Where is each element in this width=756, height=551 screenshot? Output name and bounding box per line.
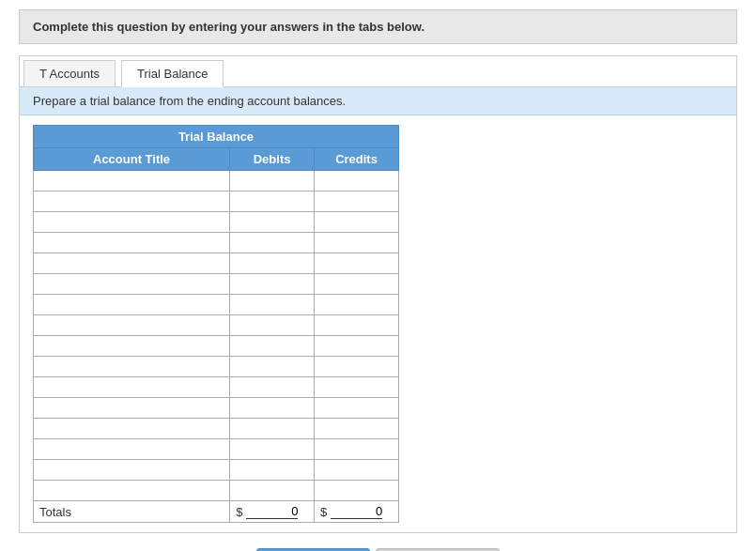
account-input[interactable] — [39, 443, 224, 456]
debit-input[interactable] — [236, 464, 308, 477]
col-header-account: Account Title — [34, 148, 230, 171]
credit-input[interactable] — [320, 216, 393, 229]
instruction-text: Complete this question by entering your … — [33, 20, 424, 34]
credit-input[interactable] — [320, 175, 393, 188]
table-row — [34, 336, 399, 357]
table-title: Trial Balance — [34, 126, 399, 148]
credit-input[interactable] — [320, 237, 393, 250]
debit-input[interactable] — [236, 298, 308, 312]
credit-input[interactable] — [320, 195, 393, 208]
account-input[interactable] — [39, 422, 224, 436]
credit-input[interactable] — [320, 298, 393, 312]
table-row — [34, 274, 399, 295]
tab-t-accounts[interactable]: T Accounts — [23, 60, 116, 86]
account-input[interactable] — [39, 195, 224, 208]
credit-input[interactable] — [320, 319, 393, 332]
credit-input[interactable] — [320, 443, 393, 456]
account-input[interactable] — [39, 464, 224, 477]
debit-input[interactable] — [236, 195, 308, 208]
trial-balance-table: Trial Balance Account Title Debits Credi… — [33, 125, 399, 523]
credit-input[interactable] — [320, 257, 393, 270]
table-row — [34, 419, 399, 439]
totals-credit: $ — [320, 504, 393, 519]
debit-input[interactable] — [236, 381, 308, 394]
table-title-row: Trial Balance — [34, 126, 399, 148]
account-input[interactable] — [39, 402, 224, 415]
debit-input[interactable] — [236, 360, 308, 374]
info-bar-text: Prepare a trial balance from the ending … — [33, 94, 346, 108]
table-row — [34, 398, 399, 419]
table-row — [34, 439, 399, 460]
credit-input[interactable] — [320, 484, 393, 497]
totals-debit: $ — [236, 504, 308, 519]
col-header-row: Account Title Debits Credits — [34, 148, 399, 171]
debit-input[interactable] — [236, 443, 308, 456]
page-wrapper: Complete this question by entering your … — [0, 0, 756, 551]
table-row — [34, 460, 399, 481]
table-row — [34, 315, 399, 336]
debit-input[interactable] — [236, 175, 308, 188]
credit-input[interactable] — [320, 422, 393, 436]
debit-input[interactable] — [236, 319, 308, 332]
trial-balance-section: Trial Balance Account Title Debits Credi… — [20, 115, 736, 532]
instruction-box: Complete this question by entering your … — [19, 9, 737, 44]
account-input[interactable] — [39, 381, 224, 394]
debit-input[interactable] — [236, 340, 308, 353]
account-input[interactable] — [39, 319, 224, 332]
credit-symbol: $ — [320, 505, 327, 519]
table-row — [34, 212, 399, 233]
debit-input[interactable] — [236, 216, 308, 229]
info-bar: Prepare a trial balance from the ending … — [20, 87, 736, 115]
account-input[interactable] — [39, 216, 224, 229]
credit-input[interactable] — [320, 278, 393, 291]
totals-credit-input[interactable] — [331, 504, 382, 519]
table-row — [34, 481, 399, 501]
table-row — [34, 191, 399, 212]
account-input[interactable] — [39, 257, 224, 270]
table-row — [34, 377, 399, 398]
tab-content: Prepare a trial balance from the ending … — [20, 87, 736, 532]
table-row — [34, 357, 399, 377]
account-input[interactable] — [39, 298, 224, 312]
debit-input[interactable] — [236, 402, 308, 415]
debit-input[interactable] — [236, 278, 308, 291]
credit-input[interactable] — [320, 360, 393, 374]
tab-trial-balance[interactable]: Trial Balance — [121, 60, 224, 87]
table-row — [34, 171, 399, 191]
account-input[interactable] — [39, 360, 224, 374]
account-input[interactable] — [39, 340, 224, 353]
table-row — [34, 253, 399, 274]
col-header-credit: Credits — [315, 148, 399, 171]
totals-debit-input[interactable] — [246, 504, 298, 519]
credit-input[interactable] — [320, 340, 393, 353]
credit-input[interactable] — [320, 464, 393, 477]
account-input[interactable] — [39, 237, 224, 250]
tabs-container: T Accounts Trial Balance Prepare a trial… — [19, 55, 737, 533]
table-row — [34, 233, 399, 253]
tabs-header: T Accounts Trial Balance — [20, 56, 736, 87]
totals-row: Totals $ $ — [34, 501, 399, 523]
table-row — [34, 295, 399, 315]
account-input[interactable] — [39, 484, 224, 497]
account-input[interactable] — [39, 175, 224, 188]
col-header-debit: Debits — [230, 148, 315, 171]
account-input[interactable] — [39, 278, 224, 291]
totals-label: Totals — [34, 501, 230, 523]
debit-input[interactable] — [236, 484, 308, 497]
credit-input[interactable] — [320, 381, 393, 394]
credit-input[interactable] — [320, 402, 393, 415]
debit-symbol: $ — [236, 505, 242, 519]
debit-input[interactable] — [236, 257, 308, 270]
debit-input[interactable] — [236, 422, 308, 436]
debit-input[interactable] — [236, 237, 308, 250]
